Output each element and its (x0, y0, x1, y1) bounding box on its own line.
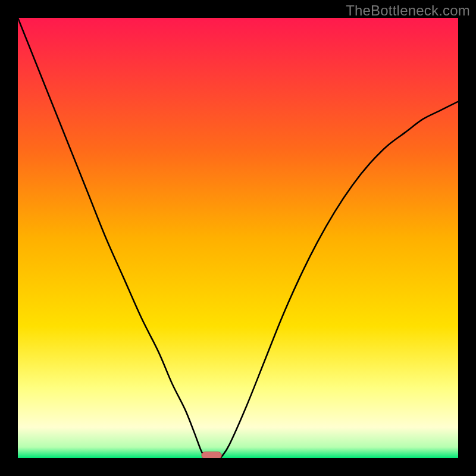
chart-frame: TheBottleneck.com (0, 0, 476, 476)
bottleneck-marker (202, 452, 221, 458)
watermark-text: TheBottleneck.com (346, 2, 470, 19)
plot-area (18, 18, 458, 458)
gradient-background (18, 18, 458, 458)
chart-svg (18, 18, 458, 458)
